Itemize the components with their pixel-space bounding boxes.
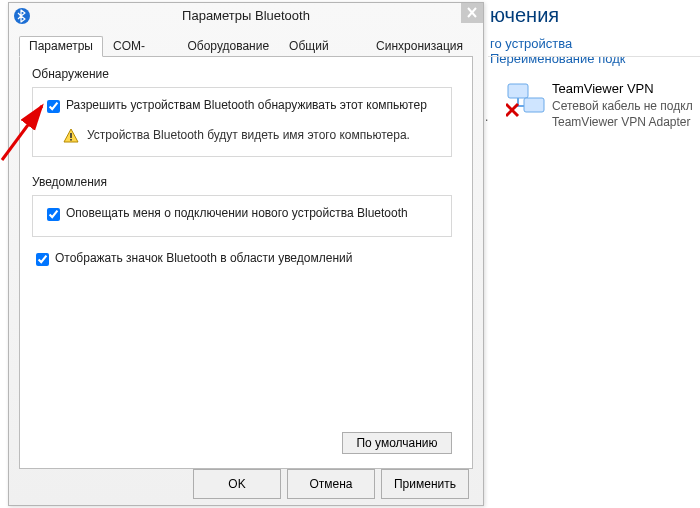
bg-device-text: TeamViewer VPN Сетевой кабель не подкл T… xyxy=(552,80,693,130)
alert-new-device-label[interactable]: Оповещать меня о подключении нового устр… xyxy=(66,206,408,221)
warning-icon xyxy=(63,128,79,144)
bluetooth-settings-dialog: Параметры Bluetooth Параметры COM-порты … xyxy=(8,2,484,506)
bg-device-status: Сетевой кабель не подкл xyxy=(552,98,693,114)
tab-hardware[interactable]: Оборудование xyxy=(177,36,279,57)
discovery-warning-text: Устройства Bluetooth будут видеть имя эт… xyxy=(87,128,410,143)
discovery-group-label: Обнаружение xyxy=(32,67,460,81)
bg-device-adapter: TeamViewer VPN Adapter xyxy=(552,114,693,130)
ok-button[interactable]: OK xyxy=(193,469,281,499)
svg-rect-0 xyxy=(508,84,528,98)
svg-rect-8 xyxy=(70,139,72,141)
tab-parameters[interactable]: Параметры xyxy=(19,36,103,57)
close-button[interactable] xyxy=(461,3,483,23)
bg-toolbar: го устройства Переименование подк xyxy=(490,36,700,66)
dialog-title: Параметры Bluetooth xyxy=(9,8,483,23)
defaults-button[interactable]: По умолчанию xyxy=(342,432,452,454)
bg-window-title: ючения xyxy=(490,4,559,27)
tab-bar: Параметры COM-порты Оборудование Общий р… xyxy=(19,35,473,57)
tab-sync[interactable]: Синхронизация xyxy=(366,36,473,57)
alert-new-device-checkbox[interactable] xyxy=(47,208,60,221)
cancel-button[interactable]: Отмена xyxy=(287,469,375,499)
show-tray-icon-checkbox[interactable] xyxy=(36,253,49,266)
notifications-group: Оповещать меня о подключении нового устр… xyxy=(32,195,452,237)
svg-rect-7 xyxy=(70,133,72,138)
bg-toolbar-item[interactable]: Переименование подк xyxy=(490,51,625,66)
apply-button[interactable]: Применить xyxy=(381,469,469,499)
tab-com-ports[interactable]: COM-порты xyxy=(103,36,178,57)
tab-panel: Обнаружение Разрешить устройствам Blueto… xyxy=(19,57,473,469)
bg-device-name: TeamViewer VPN xyxy=(552,80,693,98)
show-tray-icon-label[interactable]: Отображать значок Bluetooth в области ув… xyxy=(55,251,352,266)
allow-discovery-label[interactable]: Разрешить устройствам Bluetooth обнаружи… xyxy=(66,98,427,113)
bg-device-item[interactable]: TeamViewer VPN Сетевой кабель не подкл T… xyxy=(506,80,693,130)
tab-shared[interactable]: Общий ресурс xyxy=(279,36,366,57)
svg-rect-1 xyxy=(524,98,544,112)
notifications-group-label: Уведомления xyxy=(32,175,460,189)
network-adapter-icon xyxy=(506,80,546,120)
bg-toolbar-item[interactable]: го устройства xyxy=(490,36,572,51)
dialog-button-row: OK Отмена Применить xyxy=(19,467,473,499)
bg-separator xyxy=(488,56,700,57)
discovery-group: Разрешить устройствам Bluetooth обнаружи… xyxy=(32,87,452,157)
allow-discovery-checkbox[interactable] xyxy=(47,100,60,113)
titlebar[interactable]: Параметры Bluetooth xyxy=(9,3,483,31)
